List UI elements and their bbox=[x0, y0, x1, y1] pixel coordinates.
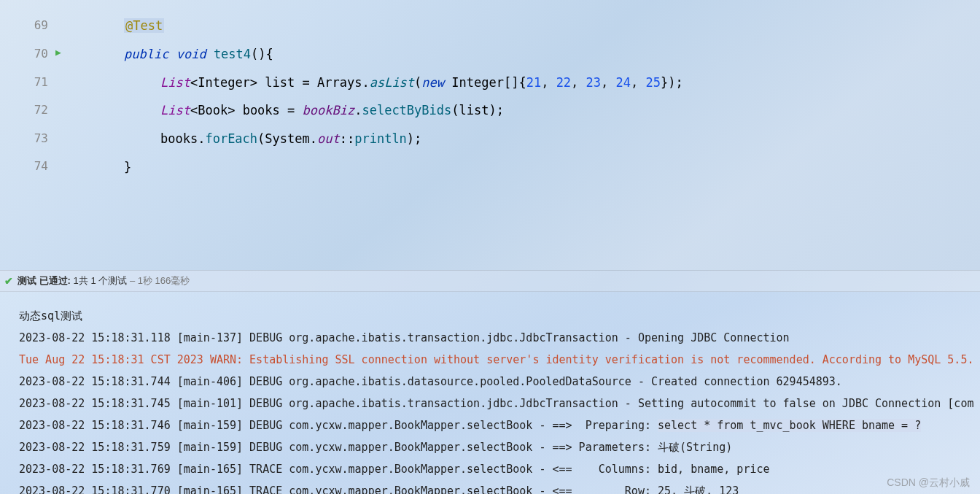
console-line: 2023-08-22 15:18:31.759 [main-159] DEBUG… bbox=[19, 436, 980, 458]
test-status-text: 测试 已通过: 1共 1 个测试 – 1秒 166毫秒 bbox=[18, 274, 190, 287]
code-line-73[interactable]: books.forEach(System.out::println); bbox=[160, 125, 421, 153]
watermark: CSDN @云村小威 bbox=[887, 476, 970, 490]
console-line-sql: 2023-08-22 15:18:31.746 [main-159] DEBUG… bbox=[19, 414, 980, 436]
test-pass-icon: ✔ bbox=[4, 275, 13, 287]
console-title: 动态sql测试 bbox=[19, 305, 980, 327]
code-editor[interactable]: 69 70 ▶ 71 72 73 74 @Test public void te… bbox=[0, 0, 980, 270]
console-line: 2023-08-22 15:18:31.769 [main-165] TRACE… bbox=[19, 458, 980, 480]
test-status-bar: ✔ 测试 已通过: 1共 1 个测试 – 1秒 166毫秒 bbox=[0, 270, 980, 292]
console-line: 2023-08-22 15:18:31.770 [main-165] TRACE… bbox=[19, 480, 980, 494]
code-line-72[interactable]: List<Book> books = bookBiz.selectByBids(… bbox=[160, 96, 504, 125]
code-line-70[interactable]: public void test4(){ bbox=[124, 40, 273, 69]
code-line-74[interactable]: } bbox=[124, 153, 131, 182]
console-line: 2023-08-22 15:18:31.118 [main-137] DEBUG… bbox=[19, 327, 980, 349]
console-line-warn: Tue Aug 22 15:18:31 CST 2023 WARN: Estab… bbox=[19, 349, 980, 371]
console-line: 2023-08-22 15:18:31.744 [main-406] DEBUG… bbox=[19, 371, 980, 393]
line-number: 70 bbox=[26, 47, 48, 61]
line-number: 71 bbox=[26, 75, 48, 89]
line-number: 72 bbox=[26, 103, 48, 117]
gutter: 69 70 ▶ 71 72 73 74 bbox=[0, 0, 73, 270]
console-line: 2023-08-22 15:18:31.745 [main-101] DEBUG… bbox=[19, 393, 980, 414]
line-number: 74 bbox=[26, 159, 48, 173]
code-line-71[interactable]: List<Integer> list = Arrays.asList(new I… bbox=[160, 69, 683, 97]
console-output[interactable]: 动态sql测试 2023-08-22 15:18:31.118 [main-13… bbox=[0, 292, 980, 494]
line-number: 69 bbox=[26, 18, 48, 32]
run-test-icon[interactable]: ▶ bbox=[55, 47, 67, 58]
code-line-69[interactable]: @Test bbox=[124, 12, 164, 40]
line-number: 73 bbox=[26, 131, 48, 145]
